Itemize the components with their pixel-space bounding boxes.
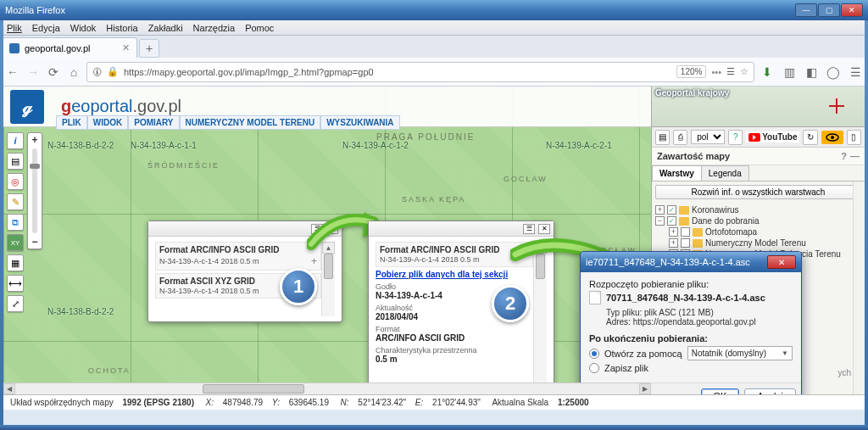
content-tabs: Warstwy Legenda bbox=[652, 165, 865, 181]
tool-link-icon[interactable]: ⧉ bbox=[7, 214, 24, 231]
panel-print-icon[interactable]: ⎙ bbox=[673, 130, 687, 145]
grid-label: N-34-138-B-d-2-2 bbox=[47, 141, 114, 150]
tool-layers-icon[interactable]: ▤ bbox=[7, 153, 24, 170]
tab-legend[interactable]: Legenda bbox=[701, 165, 749, 181]
tab-geoportal[interactable]: geoportal.gov.pl ✕ bbox=[2, 37, 137, 58]
window-close-button[interactable]: ✕ bbox=[841, 3, 863, 17]
panel-toc-icon[interactable]: ▤ bbox=[655, 130, 670, 145]
expand-icon[interactable]: + bbox=[311, 255, 317, 267]
menu-plik[interactable]: PLIK bbox=[56, 115, 87, 130]
menu-pomiary[interactable]: POMIARY bbox=[128, 115, 179, 130]
sidebar-icon[interactable]: ◧ bbox=[804, 64, 819, 80]
account-icon[interactable]: ◯ bbox=[826, 64, 841, 80]
panel-help-icon[interactable]: ? bbox=[728, 130, 743, 145]
popup-list-icon[interactable]: ☰ bbox=[523, 224, 535, 234]
minimap-crosshair-icon bbox=[832, 102, 841, 110]
hamburger-icon[interactable]: ☰ bbox=[848, 64, 863, 80]
tool-expand-icon[interactable]: ⤢ bbox=[7, 295, 24, 312]
district-label: SASKA KĘPA bbox=[402, 195, 465, 204]
zoom-in-button[interactable]: + bbox=[28, 133, 42, 147]
menu-view[interactable]: Widok bbox=[67, 22, 100, 34]
panel-toolbar: ▤ ⎙ pol ? YouTube ↻ ▯ bbox=[652, 127, 865, 148]
grid-label: N-34-139-A-c-2-1 bbox=[546, 141, 612, 150]
menu-history[interactable]: Historia bbox=[103, 22, 141, 34]
popup-close-icon[interactable]: ✕ bbox=[538, 224, 550, 234]
file-icon bbox=[589, 291, 601, 304]
tab-layers[interactable]: Warstwy bbox=[652, 165, 702, 181]
language-select[interactable]: pol bbox=[691, 130, 725, 144]
map-hscrollbar[interactable]: ◀▶ bbox=[3, 383, 651, 394]
tool-target-icon[interactable]: ◎ bbox=[7, 173, 24, 190]
nav-home-button[interactable]: ⌂ bbox=[66, 64, 81, 80]
district-label: OCHOTA bbox=[88, 366, 131, 375]
zoom-out-button[interactable]: − bbox=[28, 235, 42, 249]
tool-grid-icon[interactable]: ▦ bbox=[7, 254, 24, 271]
tool-pencil-icon[interactable]: ✎ bbox=[7, 193, 24, 210]
shield-icon: 🛈 bbox=[92, 67, 102, 77]
nav-back-button[interactable]: ← bbox=[5, 64, 20, 80]
menu-tools[interactable]: Narzędzia bbox=[190, 22, 239, 34]
menu-nmt[interactable]: NUMERYCZNY MODEL TERENU bbox=[180, 115, 321, 130]
folder-icon bbox=[679, 217, 689, 226]
folder-icon bbox=[693, 239, 703, 248]
menu-wyszukiwania[interactable]: WYSZUKIWANIA bbox=[320, 115, 399, 130]
radio-icon bbox=[589, 363, 599, 373]
map-toolbar: i ▤ ◎ ✎ ⧉ XY ▦ ⟷ ⤢ bbox=[7, 132, 24, 312]
menu-bookmarks[interactable]: Zakładki bbox=[145, 22, 186, 34]
tab-close-button[interactable]: ✕ bbox=[122, 42, 130, 53]
grid-label: N-34-139-A-c-1-1 bbox=[131, 141, 197, 150]
download-link[interactable]: Pobierz plik danych dla tej sekcji bbox=[376, 270, 508, 279]
tab-title: geoportal.gov.pl bbox=[25, 43, 90, 53]
dialog-close-button[interactable]: ✕ bbox=[767, 255, 796, 269]
panel-scrollbar[interactable] bbox=[853, 181, 865, 410]
tree-item-orto[interactable]: +Ortofotomapa bbox=[655, 226, 861, 237]
help-icon[interactable]: ? bbox=[841, 151, 847, 161]
window-minimize-button[interactable]: — bbox=[795, 3, 817, 17]
application-select[interactable]: Notatnik (domyślny)▼ bbox=[687, 346, 793, 360]
zoom-badge[interactable]: 120% bbox=[676, 65, 707, 78]
reader-icon[interactable]: ☰ bbox=[726, 66, 735, 77]
menu-widok[interactable]: WIDOK bbox=[87, 115, 128, 130]
zoom-slider[interactable]: + − bbox=[27, 132, 42, 249]
page-content: N-34-139-A-c-1-1 N-34-139-A-c-1-2 N-34-1… bbox=[3, 87, 865, 410]
library-icon[interactable]: ▥ bbox=[782, 64, 797, 80]
panel-refresh-icon[interactable]: ↻ bbox=[803, 130, 817, 145]
format-option-arcinfo[interactable]: Format ARC/INFO ASCII GRID N-34-139-A-c-… bbox=[155, 242, 321, 271]
geoportal-logo-text: geoportal.gov.pl bbox=[61, 97, 181, 116]
minimize-section-icon[interactable]: — bbox=[850, 151, 860, 161]
window-maximize-button[interactable]: ▢ bbox=[818, 3, 840, 17]
new-tab-button[interactable]: + bbox=[139, 39, 159, 58]
folder-icon bbox=[679, 206, 689, 215]
nav-forward-button[interactable]: → bbox=[25, 64, 41, 80]
radio-save-file[interactable]: Zapisz plik bbox=[589, 363, 793, 373]
grid-label: N-34-139-A-c-1-2 bbox=[342, 141, 409, 150]
tool-info-icon[interactable]: i bbox=[7, 132, 24, 149]
menu-edit[interactable]: Edycja bbox=[29, 22, 64, 34]
browser-menubar: Plik Edycja Widok Historia Zakładki Narz… bbox=[0, 20, 868, 36]
downloads-icon[interactable]: ⬇ bbox=[760, 64, 775, 80]
url-bar[interactable]: 🛈 🔒 https://mapy.geoportal.gov.pl/imap/I… bbox=[86, 62, 754, 82]
accessibility-icon[interactable] bbox=[821, 131, 843, 144]
content-title: Zawartość mapy ?— bbox=[652, 148, 865, 165]
url-more-icon[interactable]: ••• bbox=[711, 67, 721, 77]
panel-collapse-icon[interactable]: ▯ bbox=[847, 130, 861, 145]
url-text: https://mapy.geoportal.gov.pl/imap/Imgp_… bbox=[124, 67, 374, 77]
expand-all-button[interactable]: Rozwiń inf. o wszystkich warstwach bbox=[655, 185, 861, 199]
browser-tabstrip: geoportal.gov.pl ✕ + bbox=[0, 36, 868, 58]
menu-file[interactable]: Plik bbox=[3, 22, 25, 34]
dialog-subheading: Po ukończeniu pobierania: bbox=[589, 333, 793, 343]
nav-reload-button[interactable]: ⟳ bbox=[46, 64, 61, 80]
tool-xy-icon[interactable]: XY bbox=[7, 234, 24, 251]
tool-dims-icon[interactable]: ⟷ bbox=[7, 275, 24, 292]
minimap[interactable]: Geoportal krajowy bbox=[652, 87, 865, 127]
tree-item-download[interactable]: −✓Dane do pobrania bbox=[655, 215, 861, 226]
district-label: GOCŁAW bbox=[504, 175, 548, 183]
youtube-link[interactable]: YouTube bbox=[746, 131, 799, 142]
dialog-titlebar[interactable]: ie 70711_847648_N-34-139-A-c-1-4.asc ✕ bbox=[581, 252, 801, 272]
bookmark-star-icon[interactable]: ☆ bbox=[740, 66, 748, 77]
zoom-thumb[interactable] bbox=[30, 164, 40, 169]
menu-help[interactable]: Pomoc bbox=[242, 22, 277, 34]
tree-item-corona[interactable]: +✓Koronawirus bbox=[655, 204, 861, 215]
radio-open-with[interactable]: Otwórz za pomocą Notatnik (domyślny)▼ bbox=[589, 346, 793, 360]
tree-item-nmt[interactable]: +Numeryczny Model Terenu bbox=[655, 237, 861, 249]
